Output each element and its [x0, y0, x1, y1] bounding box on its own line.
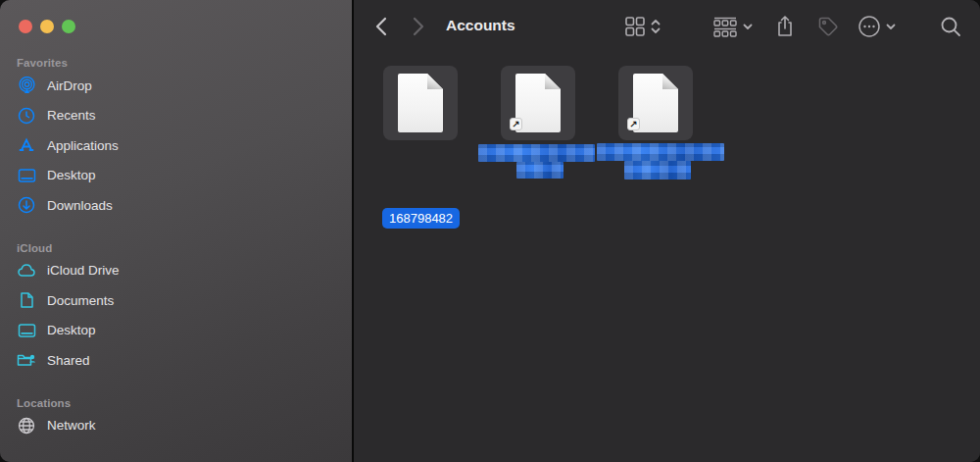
sidebar-item-network[interactable]: Network — [0, 411, 352, 441]
document-fold-corner — [545, 74, 561, 89]
search-button[interactable] — [940, 13, 961, 40]
sidebar-item-airdrop[interactable]: AirDrop — [0, 71, 352, 101]
redacted-filename-line2 — [624, 161, 691, 180]
document-fold-corner — [427, 74, 443, 89]
toolbar: Accounts — [354, 0, 980, 53]
share-button[interactable] — [775, 13, 795, 40]
sidebar-item-label: Desktop — [47, 168, 96, 182]
window-controls — [19, 20, 75, 33]
sidebar-item-label: Recents — [47, 108, 96, 123]
applications-icon — [16, 134, 37, 156]
redacted-filename-line1 — [597, 143, 724, 161]
sidebar-item-recents[interactable]: Recents — [0, 101, 352, 131]
desktop-icon — [16, 165, 37, 186]
redacted-filename-line1 — [478, 144, 595, 162]
alias-arrow-icon: ↗ — [510, 118, 522, 130]
document-icon — [16, 289, 37, 311]
sidebar-item-downloads[interactable]: Downloads — [0, 190, 352, 221]
share-icon — [775, 15, 795, 38]
globe-icon — [16, 415, 37, 436]
file-icon-selected-background: ↗ — [618, 66, 693, 140]
sidebar-item-label: iCloud Drive — [47, 263, 120, 278]
up-down-chevron-icon — [651, 18, 661, 35]
redacted-filename-line2 — [516, 162, 564, 179]
airdrop-icon — [16, 75, 37, 96]
file-label: 168798482 — [382, 208, 460, 229]
document-fold-corner — [662, 74, 678, 89]
sidebar-item-desktop-icloud[interactable]: Desktop — [0, 316, 352, 346]
sidebar-item-label: Desktop — [47, 323, 96, 337]
back-button[interactable] — [375, 13, 387, 40]
clock-icon — [16, 105, 37, 127]
document-icon — [398, 74, 443, 132]
grid-view-icon — [624, 16, 646, 37]
section-header-favorites: Favorites — [0, 55, 352, 71]
sidebar-item-label: Applications — [47, 138, 119, 153]
tag-icon — [817, 16, 839, 37]
sidebar-item-documents[interactable]: Documents — [0, 285, 352, 316]
sidebar-item-label: Documents — [47, 293, 114, 308]
shared-folder-icon — [16, 349, 37, 371]
desktop-icon — [16, 320, 37, 341]
close-button[interactable] — [19, 20, 32, 33]
more-options-button[interactable] — [858, 13, 896, 40]
group-button[interactable] — [712, 13, 753, 40]
sidebar-item-shared[interactable]: Shared — [0, 345, 352, 376]
sidebar: Favorites AirDrop Recents — [0, 0, 352, 462]
sidebar-item-label: AirDrop — [47, 78, 92, 93]
tag-button[interactable] — [817, 13, 839, 40]
sidebar-item-label: Shared — [47, 353, 90, 368]
sidebar-item-label: Network — [47, 418, 96, 433]
finder-window: Favorites AirDrop Recents — [0, 0, 980, 462]
ellipsis-circle-icon — [858, 15, 881, 38]
section-header-icloud: iCloud — [0, 240, 352, 256]
sidebar-item-desktop[interactable]: Desktop — [0, 161, 352, 191]
cloud-icon — [16, 260, 37, 282]
group-icon — [712, 16, 738, 37]
section-header-locations: Locations — [0, 395, 352, 411]
file-icon-selected-background — [383, 66, 458, 140]
downloads-icon — [16, 194, 37, 216]
file-icon-selected-background: ↗ — [501, 66, 575, 140]
sidebar-item-label: Downloads — [47, 198, 113, 213]
chevron-down-icon — [743, 24, 753, 30]
forward-button[interactable] — [413, 13, 424, 40]
main-area: Accounts — [354, 0, 980, 462]
chevron-down-icon — [886, 24, 896, 30]
sidebar-item-applications[interactable]: Applications — [0, 130, 352, 161]
zoom-button[interactable] — [62, 20, 75, 33]
minimize-button[interactable] — [40, 20, 54, 33]
page-title: Accounts — [446, 17, 515, 34]
alias-arrow-icon: ↗ — [627, 118, 640, 130]
view-mode-button[interactable] — [624, 13, 661, 40]
sidebar-item-icloud-drive[interactable]: iCloud Drive — [0, 256, 352, 286]
search-icon — [940, 16, 961, 37]
